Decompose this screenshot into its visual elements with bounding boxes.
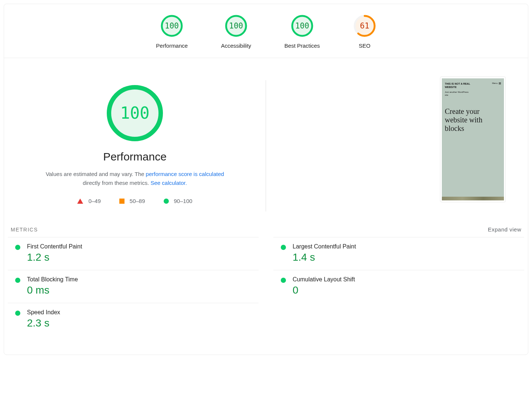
gauge-label: SEO bbox=[359, 43, 371, 49]
metric-value: 1.2 s bbox=[27, 251, 255, 263]
legend-range: 50–89 bbox=[130, 198, 145, 204]
gauge-seo[interactable]: 61 SEO bbox=[353, 14, 376, 49]
performance-title: Performance bbox=[103, 150, 167, 163]
page-screenshot: THIS IS NOT A REAL WEBSITE Menu Just ano… bbox=[440, 77, 506, 202]
triangle-icon bbox=[77, 199, 83, 204]
legend-range: 90–100 bbox=[174, 198, 192, 204]
metric-lcp: Largest Contentful Paint 1.4 s bbox=[273, 237, 524, 270]
legend-pass: 90–100 bbox=[164, 198, 192, 204]
gauge-circle-icon: 100 bbox=[160, 14, 183, 37]
gauge-label: Best Practices bbox=[284, 43, 320, 49]
legend-average: 50–89 bbox=[119, 198, 145, 204]
metrics-grid: First Contentful Paint 1.2 s Largest Con… bbox=[4, 237, 528, 336]
preview-tagline: Just another WordPress site bbox=[442, 91, 475, 97]
gauge-best-practices[interactable]: 100 Best Practices bbox=[284, 14, 320, 49]
preview-hero-text: Create your website with blocks bbox=[442, 97, 504, 133]
metrics-section-title: METRICS bbox=[11, 227, 38, 233]
gauge-circle-icon: 61 bbox=[353, 14, 376, 37]
preview-menu: Menu bbox=[492, 82, 501, 84]
metrics-header: METRICS Expand view bbox=[4, 226, 528, 237]
status-dot-icon bbox=[15, 278, 20, 283]
metric-value: 0 ms bbox=[27, 284, 255, 296]
gauge-score: 100 bbox=[229, 21, 243, 30]
gauge-circle-icon: 100 bbox=[225, 14, 248, 37]
performance-summary: 100 Performance Values are estimated and… bbox=[4, 80, 266, 211]
status-dot-icon bbox=[281, 278, 286, 283]
gauge-performance[interactable]: 100 Performance bbox=[156, 14, 188, 49]
gauge-accessibility[interactable]: 100 Accessibility bbox=[221, 14, 251, 49]
gauge-label: Accessibility bbox=[221, 43, 251, 49]
status-dot-icon bbox=[281, 245, 286, 250]
metric-si: Speed Index 2.3 s bbox=[8, 303, 259, 336]
performance-description: Values are estimated and may vary. The p… bbox=[39, 170, 231, 187]
metric-value: 0 bbox=[293, 284, 521, 296]
gauge-score: 100 bbox=[295, 21, 309, 30]
main-area: 100 Performance Values are estimated and… bbox=[4, 58, 528, 226]
header-gauges-row: 100 Performance 100 Accessibility 100 Be… bbox=[4, 4, 528, 58]
metric-name: First Contentful Paint bbox=[27, 243, 255, 250]
status-dot-icon bbox=[15, 245, 20, 250]
metric-name: Cumulative Layout Shift bbox=[293, 276, 521, 283]
metric-name: Largest Contentful Paint bbox=[293, 243, 521, 250]
preview-menu-label: Menu bbox=[492, 82, 498, 84]
screenshot-area: THIS IS NOT A REAL WEBSITE Menu Just ano… bbox=[266, 80, 528, 211]
metric-tbt: Total Blocking Time 0 ms bbox=[8, 270, 259, 303]
legend-range: 0–49 bbox=[88, 198, 100, 204]
score-calc-link[interactable]: performance score is calculated bbox=[146, 171, 224, 177]
metric-value: 2.3 s bbox=[27, 317, 255, 329]
metric-value: 1.4 s bbox=[293, 251, 521, 263]
preview-canvas: THIS IS NOT A REAL WEBSITE Menu Just ano… bbox=[442, 78, 504, 200]
gauge-circle-icon: 100 bbox=[291, 14, 314, 37]
metric-name: Total Blocking Time bbox=[27, 276, 255, 283]
big-gauge-score: 100 bbox=[120, 104, 149, 122]
see-calculator-link[interactable]: See calculator. bbox=[150, 180, 187, 186]
desc-text: directly from these metrics. bbox=[83, 180, 150, 186]
desc-text: Values are estimated and may vary. The bbox=[46, 171, 146, 177]
metric-fcp: First Contentful Paint 1.2 s bbox=[8, 237, 259, 270]
legend-fail: 0–49 bbox=[77, 198, 100, 204]
gauge-score: 100 bbox=[165, 21, 179, 30]
gauge-label: Performance bbox=[156, 43, 188, 49]
metric-name: Speed Index bbox=[27, 309, 255, 316]
lighthouse-report: 100 Performance 100 Accessibility 100 Be… bbox=[4, 4, 528, 355]
hamburger-icon bbox=[499, 82, 501, 84]
expand-view-button[interactable]: Expand view bbox=[488, 226, 521, 233]
gauge-score: 61 bbox=[360, 21, 369, 30]
circle-icon bbox=[164, 199, 169, 204]
preview-footer-image bbox=[442, 197, 504, 200]
preview-site-title: THIS IS NOT A REAL WEBSITE bbox=[445, 82, 482, 89]
big-gauge-icon: 100 bbox=[106, 84, 164, 142]
metric-cls: Cumulative Layout Shift 0 bbox=[273, 270, 524, 303]
status-dot-icon bbox=[15, 311, 20, 316]
square-icon bbox=[119, 199, 125, 204]
preview-header: THIS IS NOT A REAL WEBSITE Menu bbox=[442, 78, 504, 91]
score-legend: 0–49 50–89 90–100 bbox=[77, 198, 192, 204]
